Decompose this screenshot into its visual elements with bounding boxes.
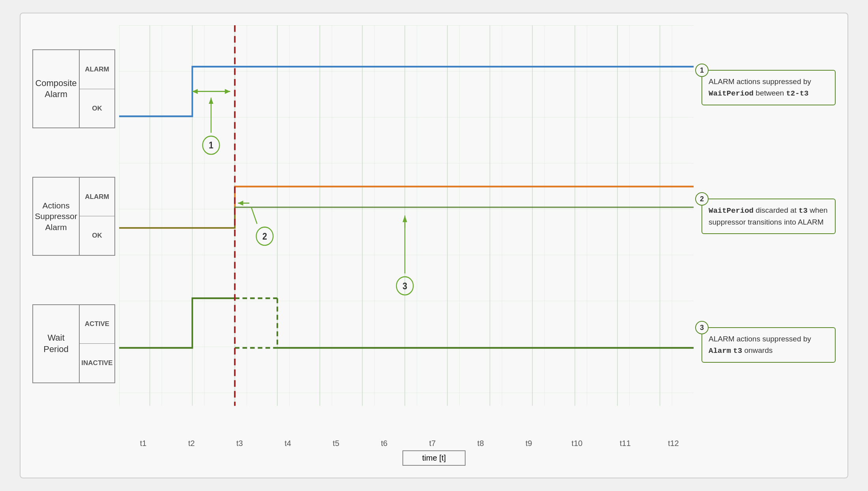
wait-period-title: Wait Period xyxy=(32,304,80,383)
composite-alarm-label: Composite Alarm ALARM OK xyxy=(32,49,119,128)
main-content: Composite Alarm ALARM OK Actions Suppres… xyxy=(32,25,836,439)
wait-period-states: ACTIVE INACTIVE xyxy=(80,304,115,383)
annotation-2: 2 WaitPeriod discarded at t3 when suppre… xyxy=(702,199,836,234)
wait-period-active-state: ACTIVE xyxy=(80,305,114,344)
tick-t11: t11 xyxy=(614,439,637,448)
annotation-2-number: 2 xyxy=(695,192,709,206)
diagram-container: Composite Alarm ALARM OK Actions Suppres… xyxy=(20,13,848,478)
tick-t8: t8 xyxy=(469,439,492,448)
tick-t12: t12 xyxy=(662,439,685,448)
tick-t7: t7 xyxy=(421,439,444,448)
suppressor-alarm-alarm-state: ALARM xyxy=(80,178,114,217)
tick-t1: t1 xyxy=(131,439,155,448)
annotation-3: 3 ALARM actions suppressed by Alarm t3 o… xyxy=(702,327,836,363)
annotation-3-text: ALARM actions suppressed by Alarm t3 onw… xyxy=(709,335,811,354)
right-annotations: 1 ALARM actions suppressed by WaitPeriod… xyxy=(702,25,836,439)
annotation-1: 1 ALARM actions suppressed by WaitPeriod… xyxy=(702,70,836,105)
tick-t9: t9 xyxy=(517,439,541,448)
tick-t5: t5 xyxy=(324,439,348,448)
composite-alarm-states: ALARM OK xyxy=(80,49,115,128)
annotation-3-number: 3 xyxy=(695,321,709,334)
annotation-2-text: WaitPeriod discarded at t3 when suppress… xyxy=(709,206,828,226)
suppressor-alarm-title: Actions Suppressor Alarm xyxy=(32,177,80,256)
annotation-1-number: 1 xyxy=(695,64,709,77)
time-label-box: time [t] xyxy=(402,450,466,466)
svg-text:3: 3 xyxy=(402,281,407,291)
time-ticks-row: t1 t2 t3 t4 t5 t6 t7 t8 t9 t10 t11 t12 xyxy=(32,439,836,448)
tick-t2: t2 xyxy=(180,439,203,448)
tick-t10: t10 xyxy=(565,439,589,448)
timing-chart: 1 2 3 xyxy=(119,25,694,439)
left-labels: Composite Alarm ALARM OK Actions Suppres… xyxy=(32,25,119,439)
svg-text:2: 2 xyxy=(262,231,267,242)
time-axis-container: t1 t2 t3 t4 t5 t6 t7 t8 t9 t10 t11 t12 t… xyxy=(32,439,836,466)
tick-t3: t3 xyxy=(228,439,251,448)
suppressor-alarm-label: Actions Suppressor Alarm ALARM OK xyxy=(32,177,119,256)
tick-t4: t4 xyxy=(276,439,300,448)
suppressor-alarm-states: ALARM OK xyxy=(80,177,115,256)
chart-area: 1 2 3 xyxy=(119,25,694,439)
time-ticks: t1 t2 t3 t4 t5 t6 t7 t8 t9 t10 t11 t12 xyxy=(119,439,698,448)
suppressor-alarm-ok-state: OK xyxy=(80,216,114,255)
composite-alarm-title: Composite Alarm xyxy=(32,49,80,128)
annotation-1-text: ALARM actions suppressed by WaitPeriod b… xyxy=(709,77,811,97)
svg-text:1: 1 xyxy=(209,141,213,151)
wait-period-inactive-state: INACTIVE xyxy=(80,344,114,382)
tick-t6: t6 xyxy=(372,439,396,448)
wait-period-label: Wait Period ACTIVE INACTIVE xyxy=(32,304,119,383)
composite-alarm-alarm-state: ALARM xyxy=(80,50,114,89)
composite-alarm-ok-state: OK xyxy=(80,89,114,128)
